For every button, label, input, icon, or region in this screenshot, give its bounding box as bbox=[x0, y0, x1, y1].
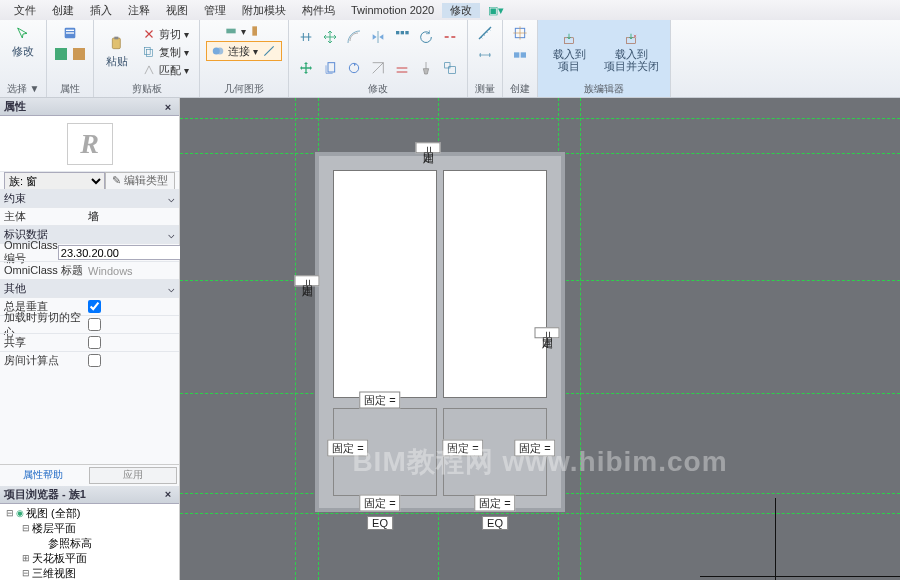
prop-small-1-icon[interactable] bbox=[53, 46, 69, 62]
load-into-project-close-button[interactable]: 载入到 项目并关闭 bbox=[598, 32, 664, 72]
dim-label[interactable]: 固定 = bbox=[474, 495, 515, 512]
tree-node[interactable]: ⊟◉视图 (全部) bbox=[0, 506, 179, 521]
mirror-icon[interactable] bbox=[367, 26, 389, 48]
menu-goujianwu[interactable]: 构件坞 bbox=[294, 3, 343, 18]
menu-create[interactable]: 创建 bbox=[44, 3, 82, 18]
room-calc-checkbox[interactable] bbox=[88, 354, 101, 367]
cut-void-checkbox[interactable] bbox=[88, 318, 101, 331]
svg-rect-22 bbox=[521, 52, 526, 57]
align-icon[interactable] bbox=[295, 26, 317, 48]
svg-rect-8 bbox=[147, 50, 153, 57]
join-button[interactable]: 连接 ▾ bbox=[206, 41, 282, 61]
dim-label[interactable]: 固定 = bbox=[359, 392, 400, 409]
menu-insert[interactable]: 插入 bbox=[82, 3, 120, 18]
load-into-project-button[interactable]: 载入到 项目 bbox=[544, 32, 594, 72]
dim-label[interactable]: 固定 = bbox=[327, 440, 368, 457]
dim-eq-label[interactable]: EQ bbox=[367, 516, 393, 530]
tree-node[interactable]: ⊞天花板平面 bbox=[0, 551, 179, 566]
svg-rect-2 bbox=[66, 32, 74, 33]
dim-label[interactable]: 固定 = bbox=[442, 440, 483, 457]
ribbon-group-geometry: ▾ 连接 ▾ 几何图形 bbox=[200, 20, 289, 97]
row-omniclass-number: OmniClass 编号 bbox=[0, 243, 179, 261]
dim-eq-label[interactable]: EQ bbox=[482, 516, 508, 530]
array-icon[interactable] bbox=[391, 26, 413, 48]
menu-finish-icon[interactable]: ▣▾ bbox=[480, 4, 512, 17]
close-browser-icon[interactable]: × bbox=[161, 488, 175, 500]
always-vertical-checkbox[interactable] bbox=[88, 300, 101, 313]
dim-label[interactable]: 固定 = bbox=[514, 440, 555, 457]
group-label: 选择 ▼ bbox=[6, 82, 40, 97]
copy2-icon[interactable] bbox=[319, 57, 341, 79]
dim-label[interactable]: 固定 = bbox=[359, 495, 400, 512]
menu-file[interactable]: 文件 bbox=[6, 3, 44, 18]
tree-node[interactable]: ⊟楼层平面 bbox=[0, 521, 179, 536]
svg-rect-16 bbox=[328, 62, 335, 71]
section-constraint[interactable]: 约束⌵ bbox=[0, 189, 179, 207]
svg-rect-18 bbox=[445, 62, 450, 67]
menu-addins[interactable]: 附加模块 bbox=[234, 3, 294, 18]
pane-top-right[interactable] bbox=[443, 170, 547, 398]
window-element[interactable] bbox=[315, 152, 565, 512]
create-icon[interactable] bbox=[509, 22, 531, 44]
move2-icon[interactable] bbox=[295, 57, 317, 79]
prop-small-2-icon[interactable] bbox=[71, 46, 87, 62]
type-selector[interactable]: 族: 窗 bbox=[4, 172, 105, 190]
pin-icon[interactable] bbox=[415, 57, 437, 79]
trim-icon[interactable] bbox=[367, 57, 389, 79]
cut-button[interactable]: 剪切 ▾ bbox=[138, 26, 193, 43]
dim-label[interactable]: 固定 = bbox=[295, 275, 320, 286]
create2-icon[interactable] bbox=[509, 44, 531, 66]
tree-node[interactable]: ⊟三维视图 bbox=[0, 566, 179, 581]
properties-help-link[interactable]: 属性帮助 bbox=[0, 465, 87, 486]
svg-point-12 bbox=[216, 48, 223, 55]
cope-button[interactable]: ▾ bbox=[220, 22, 269, 40]
svg-rect-1 bbox=[66, 30, 74, 31]
section-other[interactable]: 其他⌵ bbox=[0, 279, 179, 297]
dim-label[interactable]: 固定 = bbox=[416, 142, 441, 153]
ribbon-group-familyeditor: 载入到 项目 载入到 项目并关闭 族编辑器 bbox=[538, 20, 671, 97]
svg-rect-10 bbox=[252, 26, 257, 35]
dim-label[interactable]: 固定 = bbox=[535, 327, 560, 338]
menu-annotate[interactable]: 注释 bbox=[120, 3, 158, 18]
offset-icon[interactable] bbox=[343, 26, 365, 48]
svg-rect-9 bbox=[226, 29, 235, 34]
svg-rect-7 bbox=[144, 47, 150, 54]
group-label: 剪贴板 bbox=[100, 82, 193, 97]
group-label: 创建 bbox=[509, 82, 531, 97]
ribbon: 修改 选择 ▼ 属性 粘贴 剪切 ▾ 复制 ▾ 匹配 ▾ 剪贴板 bbox=[0, 20, 900, 98]
move-icon[interactable] bbox=[319, 26, 341, 48]
close-properties-icon[interactable]: × bbox=[161, 101, 175, 113]
project-browser-tree[interactable]: ⊟◉视图 (全部)⊟楼层平面参照标高⊞天花板平面⊟三维视图{三维}视图 1 bbox=[0, 504, 179, 581]
row-host: 主体墙 bbox=[0, 207, 179, 225]
edit-type-button[interactable]: ✎编辑类型 bbox=[105, 172, 175, 190]
row-omniclass-title: OmniClass 标题Windows bbox=[0, 261, 179, 279]
tree-node[interactable]: 参照标高 bbox=[0, 536, 179, 551]
group-label: 测量 bbox=[474, 82, 496, 97]
shared-checkbox[interactable] bbox=[88, 336, 101, 349]
svg-rect-5 bbox=[112, 38, 120, 49]
menu-twinmotion[interactable]: Twinmotion 2020 bbox=[343, 4, 442, 16]
group-label: 族编辑器 bbox=[544, 82, 664, 97]
ribbon-group-modify: 修改 bbox=[289, 20, 468, 97]
pane-top-left[interactable] bbox=[333, 170, 437, 398]
rotate-icon[interactable] bbox=[415, 26, 437, 48]
measure-icon[interactable] bbox=[474, 22, 496, 44]
viewport[interactable]: 固定 = 固定 = 固定 = 固定 = 固定 = 固定 = 固定 = 固定 = … bbox=[180, 98, 900, 580]
modify-button[interactable]: 修改 bbox=[6, 22, 40, 62]
dim-icon[interactable] bbox=[474, 44, 496, 66]
copy-button[interactable]: 复制 ▾ bbox=[138, 44, 193, 61]
ribbon-group-clipboard: 粘贴 剪切 ▾ 复制 ▾ 匹配 ▾ 剪贴板 bbox=[94, 20, 200, 97]
properties-icon[interactable] bbox=[59, 22, 81, 44]
trim2-icon[interactable] bbox=[391, 57, 413, 79]
scale-icon[interactable] bbox=[439, 57, 461, 79]
rotate2-icon[interactable] bbox=[343, 57, 365, 79]
apply-button[interactable]: 应用 bbox=[89, 467, 178, 484]
split-icon[interactable] bbox=[439, 26, 461, 48]
match-button[interactable]: 匹配 ▾ bbox=[138, 62, 193, 79]
paste-button[interactable]: 粘贴 bbox=[100, 32, 134, 72]
menu-manage[interactable]: 管理 bbox=[196, 3, 234, 18]
ribbon-group-properties: 属性 bbox=[47, 20, 94, 97]
menu-view[interactable]: 视图 bbox=[158, 3, 196, 18]
row-shared: 共享 bbox=[0, 333, 179, 351]
menu-modify[interactable]: 修改 bbox=[442, 3, 480, 18]
